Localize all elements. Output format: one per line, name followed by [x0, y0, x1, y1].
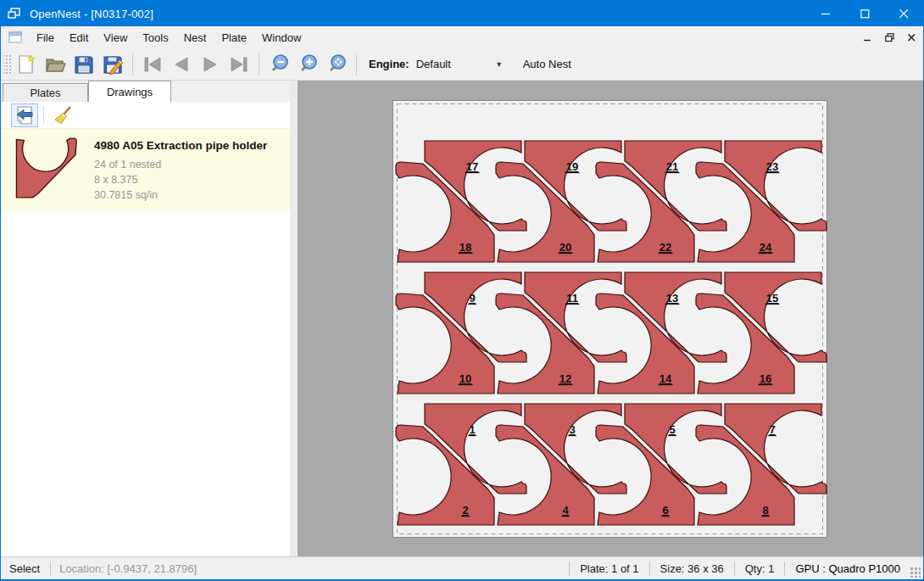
opennest-window: OpenNest - [N0317-002] File Edit View To…: [0, 0, 924, 581]
save-floppy-icon: [73, 53, 95, 75]
part-number: 13: [666, 292, 678, 304]
nest-canvas[interactable]: 171819202122232491011121314151612345678: [298, 81, 923, 556]
menu-edit[interactable]: Edit: [62, 28, 96, 47]
engine-value: Default: [415, 58, 493, 70]
close-icon: [899, 9, 909, 19]
drawing-nested-count: 24 of 1 nested: [94, 157, 267, 172]
menu-file[interactable]: File: [29, 28, 62, 47]
maximize-button[interactable]: [845, 1, 884, 26]
menu-window[interactable]: Window: [254, 28, 309, 47]
menu-bar: File Edit View Tools Nest Plate Window: [1, 26, 923, 48]
status-plate: Plate: 1 of 1: [580, 562, 638, 575]
broom-icon: [53, 105, 73, 126]
part-number: 7: [769, 423, 775, 436]
menu-tools[interactable]: Tools: [135, 28, 175, 47]
part-number: 11: [566, 292, 578, 304]
tab-plates[interactable]: Plates: [3, 83, 88, 102]
menu-view[interactable]: View: [96, 28, 135, 47]
part-number: 2: [462, 504, 468, 517]
open-folder-icon: [44, 53, 66, 75]
app-icon: [8, 7, 21, 20]
new-button[interactable]: [12, 51, 41, 78]
mdi-minimize-button[interactable]: [857, 29, 877, 46]
minimize-button[interactable]: [806, 1, 845, 26]
status-gpu: GPU : Quadro P1000: [795, 562, 900, 575]
minibar-separator: [43, 106, 44, 125]
status-separator: [784, 561, 785, 576]
sidebar-tabstrip: Plates Drawings: [1, 81, 290, 102]
sidebar-panel: Plates Drawings: [1, 81, 290, 556]
status-separator: [569, 561, 570, 576]
zoom-in-button[interactable]: [293, 51, 322, 78]
status-separator: [50, 561, 51, 576]
part-number: 19: [566, 160, 578, 173]
minimize-icon: [821, 9, 831, 19]
mdi-minimize-icon: [864, 34, 871, 42]
mdi-restore-button[interactable]: [879, 29, 899, 46]
part-number: 3: [569, 423, 575, 436]
part-thumbnail: [14, 137, 81, 200]
zoom-fit-button[interactable]: [322, 51, 351, 78]
new-document-icon: [15, 53, 37, 75]
toolbar-separator: [356, 53, 357, 75]
toolbar-separator: [259, 53, 259, 75]
engine-select[interactable]: Default ▼: [415, 54, 506, 75]
send-to-plate-button[interactable]: [11, 103, 38, 127]
part-number: 9: [469, 292, 475, 304]
toolbar-grip[interactable]: [3, 53, 12, 75]
nest-svg: 171819202122232491011121314151612345678: [298, 81, 923, 556]
page-back-arrow-icon: [14, 105, 35, 126]
part-number: 12: [559, 372, 571, 385]
last-plate-button[interactable]: [225, 51, 253, 78]
part-number: 17: [466, 160, 478, 173]
previous-plate-button[interactable]: [167, 51, 196, 78]
mdi-close-button[interactable]: [901, 29, 921, 46]
clear-button[interactable]: [49, 103, 76, 127]
auto-nest-button[interactable]: Auto Nest: [518, 54, 576, 74]
zoom-in-icon: [297, 53, 319, 75]
mdi-close-icon: [908, 34, 916, 42]
drawings-list: 4980 A05 Extraction pipe holder 24 of 1 …: [1, 129, 290, 556]
part-number: 20: [559, 241, 571, 254]
status-mode: Select: [9, 562, 40, 575]
part-number: 23: [766, 160, 778, 173]
status-size: Size: 36 x 36: [660, 562, 724, 575]
panel-splitter[interactable]: [290, 81, 298, 556]
menu-nest[interactable]: Nest: [176, 28, 214, 47]
zoom-fit-icon: [326, 53, 348, 75]
drawing-size: 8 x 8.375: [94, 172, 267, 187]
part-number: 6: [662, 504, 668, 517]
status-location: Location: [-0.9437, 21.8796]: [59, 562, 197, 575]
mdi-restore-icon: [885, 33, 894, 42]
first-plate-button[interactable]: [138, 51, 167, 78]
open-button[interactable]: [41, 51, 70, 78]
status-separator: [649, 561, 650, 576]
menu-plate[interactable]: Plate: [214, 28, 254, 47]
save-edit-button[interactable]: [98, 51, 127, 78]
part-number: 10: [459, 372, 471, 385]
part-number: 5: [669, 423, 675, 436]
zoom-out-button[interactable]: [264, 51, 293, 78]
status-bar: Select Location: [-0.9437, 21.8796] Plat…: [1, 556, 923, 579]
part-number: 16: [760, 372, 771, 385]
last-arrow-icon: [229, 54, 249, 75]
save-button[interactable]: [70, 51, 98, 78]
engine-label: Engine:: [369, 58, 409, 70]
next-arrow-icon: [200, 54, 220, 75]
part-number: 15: [766, 292, 778, 304]
part-number: 24: [760, 241, 772, 254]
status-separator: [734, 561, 735, 576]
toolbar-separator: [132, 53, 133, 75]
drawing-title: 4980 A05 Extraction pipe holder: [94, 139, 267, 152]
maximize-icon: [860, 9, 870, 19]
close-button[interactable]: [884, 1, 923, 26]
window-title: OpenNest - [N0317-002]: [30, 8, 153, 20]
resize-grip[interactable]: [909, 566, 921, 578]
chevron-down-icon[interactable]: ▼: [493, 55, 506, 74]
drawing-list-item[interactable]: 4980 A05 Extraction pipe holder 24 of 1 …: [1, 129, 290, 211]
tab-drawings[interactable]: Drawings: [88, 81, 171, 102]
drawing-info: 4980 A05 Extraction pipe holder 24 of 1 …: [94, 136, 267, 203]
previous-arrow-icon: [171, 54, 192, 75]
first-arrow-icon: [142, 54, 163, 75]
next-plate-button[interactable]: [196, 51, 225, 78]
